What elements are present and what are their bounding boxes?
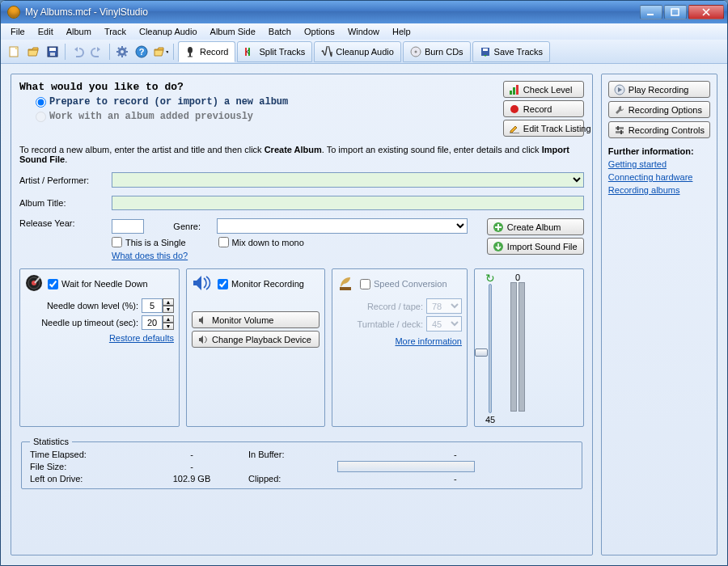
menu-batch[interactable]: Batch bbox=[262, 25, 298, 38]
record-tape-select: 78 bbox=[426, 298, 462, 314]
monitor-volume-button[interactable]: Monitor Volume bbox=[192, 311, 320, 328]
wait-needle-checkbox-row[interactable]: Wait for Needle Down bbox=[48, 279, 148, 289]
svg-rect-17 bbox=[513, 87, 515, 95]
undo-icon[interactable] bbox=[70, 44, 86, 60]
level-slider[interactable] bbox=[478, 284, 502, 413]
slider-bottom-label: 45 bbox=[485, 415, 495, 424]
further-information-heading: Further information: bbox=[608, 146, 694, 156]
slider-thumb[interactable] bbox=[475, 348, 488, 357]
redo-icon[interactable] bbox=[89, 44, 105, 60]
more-information-link[interactable]: More information bbox=[395, 336, 462, 346]
save-tracks-icon bbox=[480, 46, 491, 57]
side-panel: Play Recording Recording Options Recordi… bbox=[601, 74, 717, 555]
menu-options[interactable]: Options bbox=[298, 25, 341, 38]
menu-bar: File Edit Album Track Cleanup Audio Albu… bbox=[1, 23, 727, 40]
device-icon bbox=[197, 334, 209, 345]
connecting-hardware-link[interactable]: Connecting hardware bbox=[608, 172, 710, 182]
save-icon[interactable] bbox=[44, 44, 61, 60]
statistics-legend: Statistics bbox=[30, 437, 72, 446]
tab-burn-cds[interactable]: Burn CDs bbox=[403, 41, 471, 62]
time-elapsed-value: - bbox=[135, 450, 248, 459]
menu-album[interactable]: Album bbox=[60, 25, 98, 38]
monitor-recording-row[interactable]: Monitor Recording bbox=[218, 279, 304, 289]
monitor-recording-checkbox[interactable] bbox=[218, 279, 228, 289]
menu-track[interactable]: Track bbox=[98, 25, 133, 38]
folder-dropdown-icon[interactable] bbox=[153, 44, 169, 60]
speed-conversion-checkbox[interactable] bbox=[360, 279, 370, 289]
create-album-button[interactable]: Create Album bbox=[487, 218, 584, 235]
check-level-button[interactable]: Check Level bbox=[503, 81, 584, 98]
genre-select[interactable] bbox=[217, 218, 468, 234]
svg-rect-1 bbox=[671, 9, 679, 15]
tab-record[interactable]: Record bbox=[178, 41, 235, 62]
left-on-drive-label: Left on Drive: bbox=[30, 474, 135, 484]
tab-save-tracks[interactable]: Save Tracks bbox=[472, 41, 551, 62]
needle-panel: Wait for Needle Down Needle down level (… bbox=[19, 268, 180, 427]
tab-cleanup-audio[interactable]: Cleanup Audio bbox=[314, 41, 401, 62]
menu-help[interactable]: Help bbox=[386, 25, 417, 38]
single-checkbox[interactable] bbox=[112, 237, 122, 247]
svg-rect-5 bbox=[50, 53, 55, 56]
app-window: My Albums.mcf - VinylStudio File Edit Al… bbox=[0, 0, 728, 566]
mono-checkbox[interactable] bbox=[218, 237, 229, 247]
getting-started-link[interactable]: Getting started bbox=[608, 159, 710, 169]
file-size-value: - bbox=[135, 462, 248, 471]
help-icon[interactable]: ? bbox=[133, 44, 150, 60]
split-icon bbox=[244, 46, 256, 57]
title-bar[interactable]: My Albums.mcf - VinylStudio bbox=[1, 1, 727, 23]
svg-rect-28 bbox=[616, 127, 624, 129]
recording-controls-button[interactable]: Recording Controls bbox=[608, 121, 710, 138]
menu-file[interactable]: File bbox=[4, 25, 32, 38]
svg-rect-0 bbox=[647, 14, 654, 15]
maximize-button[interactable] bbox=[664, 5, 687, 19]
menu-cleanup-audio[interactable]: Cleanup Audio bbox=[133, 25, 204, 38]
instructions: To record a new album, enter the artist … bbox=[19, 145, 584, 164]
recording-options-button[interactable]: Recording Options bbox=[608, 101, 710, 118]
svg-rect-26 bbox=[340, 287, 351, 290]
what-does-this-do-link[interactable]: What does this do? bbox=[112, 251, 477, 260]
open-icon[interactable] bbox=[25, 44, 41, 60]
cd-icon bbox=[410, 46, 421, 57]
wrench-icon bbox=[614, 104, 625, 116]
minimize-button[interactable] bbox=[640, 5, 662, 19]
needle-up-spinner[interactable]: ▲▼ bbox=[142, 315, 174, 330]
wait-needle-checkbox[interactable] bbox=[48, 279, 58, 289]
waveform-icon bbox=[321, 46, 332, 57]
menu-edit[interactable]: Edit bbox=[32, 25, 60, 38]
statistics-panel: Statistics Time Elapsed: - In Buffer: - … bbox=[21, 437, 582, 489]
needle-down-spinner[interactable]: ▲▼ bbox=[142, 298, 174, 313]
speed-conversion-row[interactable]: Speed Conversion bbox=[360, 279, 447, 289]
album-title-input[interactable] bbox=[112, 196, 584, 210]
heading: What would you like to do? bbox=[19, 81, 498, 93]
tab-split-tracks[interactable]: Split Tracks bbox=[237, 41, 312, 62]
edit-track-listing-button[interactable]: Edit Track Listing bbox=[503, 120, 584, 137]
single-checkbox-row[interactable]: This is a Single bbox=[112, 237, 186, 247]
close-button[interactable] bbox=[688, 5, 724, 19]
record-button[interactable]: Record bbox=[503, 100, 584, 117]
turntable-deck-label: Turntable / deck: bbox=[357, 319, 423, 329]
change-playback-device-button[interactable]: Change Playback Device bbox=[192, 331, 320, 348]
artist-input[interactable] bbox=[112, 172, 584, 188]
new-icon[interactable] bbox=[6, 44, 22, 60]
clipped-value: - bbox=[337, 474, 574, 484]
svg-rect-29 bbox=[616, 131, 624, 133]
controls-icon bbox=[614, 125, 625, 136]
turntable-deck-select: 45 bbox=[426, 316, 462, 332]
artist-label: Artist / Performer: bbox=[19, 175, 108, 185]
release-year-input[interactable] bbox=[112, 219, 144, 234]
radio-prepare-new[interactable] bbox=[36, 97, 46, 108]
level-meters bbox=[506, 282, 530, 412]
play-recording-button[interactable]: Play Recording bbox=[608, 81, 710, 98]
menu-window[interactable]: Window bbox=[341, 25, 386, 38]
time-elapsed-label: Time Elapsed: bbox=[30, 450, 135, 459]
recording-albums-link[interactable]: Recording albums bbox=[608, 185, 710, 195]
import-sound-file-button[interactable]: Import Sound File bbox=[487, 238, 584, 255]
restore-defaults-link[interactable]: Restore defaults bbox=[109, 333, 174, 343]
settings-icon[interactable] bbox=[114, 44, 130, 60]
reset-icon[interactable]: ↻ bbox=[485, 272, 495, 284]
mono-checkbox-row[interactable]: Mix down to mono bbox=[218, 237, 304, 247]
slider-top-label: 0 bbox=[515, 272, 520, 282]
vinyl-icon bbox=[25, 274, 43, 294]
main-panel: What would you like to do? Prepare to re… bbox=[11, 74, 593, 555]
menu-album-side[interactable]: Album Side bbox=[204, 25, 262, 38]
